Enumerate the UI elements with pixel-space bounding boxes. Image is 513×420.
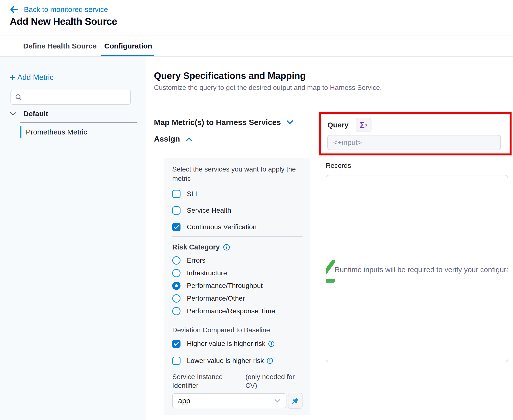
service-instance-note: (only needed for CV) bbox=[245, 372, 303, 390]
runtime-inputs-message: Runtime inputs will be required to verif… bbox=[334, 266, 508, 274]
search-input[interactable] bbox=[26, 93, 123, 101]
performance-throughput-label: Performance/Throughput bbox=[187, 282, 263, 290]
section-subtitle: Customize the query to get the desired o… bbox=[154, 84, 382, 92]
checkbox-row-continuous-verification[interactable]: Continuous Verification bbox=[172, 222, 303, 232]
check-icon bbox=[174, 342, 179, 346]
performance-other-label: Performance/Other bbox=[187, 295, 245, 302]
info-icon[interactable] bbox=[267, 358, 273, 364]
checkbox-row-service-health[interactable]: Service Health bbox=[172, 205, 303, 216]
group-label: Default bbox=[23, 110, 48, 118]
add-metric-label: Add Metric bbox=[17, 73, 53, 82]
info-icon[interactable] bbox=[223, 244, 230, 251]
select-services-text: Select the services you want to apply th… bbox=[172, 158, 299, 183]
chevron-down-icon bbox=[10, 112, 17, 116]
pin-runtime-input-button[interactable] bbox=[288, 393, 303, 409]
formula-sigma-button[interactable]: Σx bbox=[356, 118, 371, 132]
performance-response-time-radio[interactable] bbox=[172, 307, 180, 315]
assign-accordion[interactable]: Assign bbox=[154, 134, 193, 143]
query-section-highlighted: Query Σx bbox=[319, 112, 512, 155]
continuous-verification-label: Continuous Verification bbox=[187, 223, 256, 231]
chevron-up-icon bbox=[185, 137, 193, 142]
errors-radio[interactable] bbox=[172, 256, 180, 265]
performance-throughput-radio[interactable] bbox=[172, 282, 180, 290]
service-health-label: Service Health bbox=[187, 207, 231, 214]
tab-configuration[interactable]: Configuration bbox=[104, 36, 152, 56]
radio-row-performance-throughput[interactable]: Performance/Throughput bbox=[172, 281, 303, 291]
lower-risk-checkbox[interactable] bbox=[172, 357, 180, 365]
deviation-label: Deviation Compared to Baseline bbox=[172, 326, 303, 334]
sli-checkbox[interactable] bbox=[172, 190, 180, 198]
map-metrics-label: Map Metric(s) to Harness Services bbox=[154, 118, 281, 127]
sigma-sup: x bbox=[365, 123, 367, 128]
query-header: Query Σx bbox=[327, 118, 371, 132]
metrics-sidebar: + Add Metric Default Prometheus Metric bbox=[0, 57, 145, 420]
continuous-verification-checkbox[interactable] bbox=[172, 223, 180, 231]
records-panel: Runtime inputs will be required to verif… bbox=[326, 175, 508, 362]
panel-divider bbox=[172, 236, 303, 237]
query-input[interactable] bbox=[327, 135, 501, 150]
active-tab-underline bbox=[101, 55, 154, 56]
add-metric-button[interactable]: + Add Metric bbox=[10, 73, 54, 82]
map-metrics-accordion[interactable]: Map Metric(s) to Harness Services bbox=[154, 118, 294, 127]
performance-response-time-label: Performance/Response Time bbox=[187, 307, 275, 315]
chevron-down-icon bbox=[286, 120, 294, 125]
lower-risk-label: Lower value is higher risk bbox=[187, 357, 273, 365]
green-check-icon bbox=[326, 279, 335, 283]
metric-item-label: Prometheus Metric bbox=[26, 128, 87, 136]
radio-row-performance-response-time[interactable]: Performance/Response Time bbox=[172, 306, 303, 316]
radio-row-errors[interactable]: Errors bbox=[172, 256, 303, 265]
infrastructure-radio[interactable] bbox=[172, 269, 180, 277]
metric-search[interactable] bbox=[10, 90, 131, 105]
back-link-label: Back to monitored service bbox=[24, 5, 108, 14]
service-instance-label: Service Instance Identifier bbox=[172, 372, 232, 390]
checkbox-row-higher-risk[interactable]: Higher value is higher risk bbox=[172, 338, 303, 349]
service-health-checkbox[interactable] bbox=[172, 206, 180, 215]
group-divider bbox=[20, 122, 137, 123]
higher-risk-label: Higher value is higher risk bbox=[187, 340, 275, 348]
lower-risk-text: Lower value is higher risk bbox=[187, 357, 264, 365]
chevron-down-icon bbox=[274, 399, 281, 403]
tab-define-health-source[interactable]: Define Health Source bbox=[23, 36, 97, 56]
sigma-icon: Σ bbox=[360, 121, 365, 130]
sli-label: SLI bbox=[187, 190, 197, 198]
service-instance-select-row: app bbox=[172, 393, 303, 409]
service-instance-row: Service Instance Identifier (only needed… bbox=[172, 372, 303, 390]
radio-row-performance-other[interactable]: Performance/Other bbox=[172, 294, 303, 303]
query-label: Query bbox=[327, 121, 349, 129]
tab-bar: Define Health Source Configuration bbox=[0, 36, 513, 57]
errors-label: Errors bbox=[187, 257, 205, 264]
sidebar-item-prometheus-metric[interactable]: Prometheus Metric bbox=[20, 126, 87, 138]
service-instance-value: app bbox=[178, 397, 190, 405]
search-icon bbox=[15, 94, 22, 101]
pushpin-icon bbox=[291, 396, 300, 405]
check-icon bbox=[174, 225, 179, 229]
higher-risk-text: Higher value is higher risk bbox=[187, 340, 265, 348]
radio-row-infrastructure[interactable]: Infrastructure bbox=[172, 268, 303, 278]
infrastructure-label: Infrastructure bbox=[187, 269, 227, 277]
risk-category-header: Risk Category bbox=[172, 243, 303, 251]
checkbox-row-sli[interactable]: SLI bbox=[172, 189, 303, 199]
performance-other-radio[interactable] bbox=[172, 294, 180, 303]
page-header: Back to monitored service Add New Health… bbox=[0, 0, 513, 36]
page-title: Add New Health Source bbox=[10, 16, 117, 27]
risk-category-label: Risk Category bbox=[172, 243, 220, 251]
records-label: Records bbox=[326, 162, 351, 170]
section-divider bbox=[145, 101, 513, 101]
main-content: Query Specifications and Mapping Customi… bbox=[145, 57, 513, 420]
plus-icon: + bbox=[10, 73, 15, 82]
back-link[interactable]: Back to monitored service bbox=[10, 5, 108, 14]
metric-group-default[interactable]: Default bbox=[10, 110, 48, 118]
selected-metric-indicator bbox=[20, 126, 21, 138]
assign-panel: Select the services you want to apply th… bbox=[164, 158, 310, 415]
service-instance-dropdown[interactable]: app bbox=[172, 393, 286, 408]
higher-risk-checkbox[interactable] bbox=[172, 340, 180, 348]
checkbox-row-lower-risk[interactable]: Lower value is higher risk bbox=[172, 355, 303, 366]
back-arrow-icon bbox=[10, 6, 19, 13]
assign-label: Assign bbox=[154, 134, 180, 143]
section-title: Query Specifications and Mapping bbox=[154, 71, 306, 81]
info-icon[interactable] bbox=[268, 341, 275, 347]
